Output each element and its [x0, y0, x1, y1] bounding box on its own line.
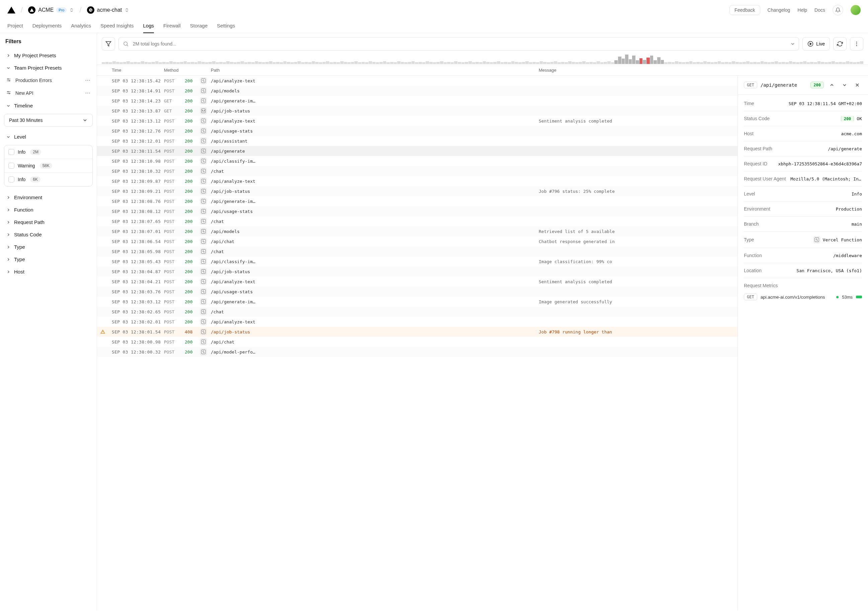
histo-bar[interactable]	[315, 62, 319, 64]
histo-bar[interactable]	[486, 62, 490, 64]
section-team-presets[interactable]: Team Project Presets	[4, 62, 93, 74]
section-type[interactable]: Type	[4, 253, 93, 266]
histo-bar[interactable]	[308, 62, 312, 64]
section-timeline[interactable]: Timeline	[4, 99, 93, 112]
histo-bar[interactable]	[290, 62, 294, 64]
refresh-button[interactable]	[833, 37, 846, 51]
section-request-path[interactable]: Request Path	[4, 216, 93, 229]
histo-bar[interactable]	[835, 62, 839, 64]
histo-bar[interactable]	[547, 62, 550, 64]
histo-bar[interactable]	[472, 62, 476, 64]
histo-bar[interactable]	[284, 61, 287, 64]
histo-bar[interactable]	[223, 62, 226, 64]
histo-bar[interactable]	[497, 61, 500, 64]
histo-bar[interactable]	[533, 62, 536, 64]
histo-bar[interactable]	[208, 62, 212, 64]
histo-bar[interactable]	[671, 62, 675, 64]
histo-bar[interactable]	[540, 61, 543, 64]
histo-bar[interactable]	[326, 61, 329, 64]
histo-bar[interactable]	[202, 62, 205, 64]
histo-bar[interactable]	[597, 61, 600, 64]
histo-bar[interactable]	[761, 61, 764, 64]
more-button[interactable]	[850, 37, 863, 51]
histo-bar[interactable]	[248, 62, 251, 64]
notifications-button[interactable]	[832, 5, 843, 16]
toplink-help[interactable]: Help	[797, 7, 807, 13]
histo-bar[interactable]	[725, 62, 728, 64]
histo-bar[interactable]	[646, 58, 650, 64]
histo-bar[interactable]	[853, 62, 856, 64]
histo-bar[interactable]	[184, 61, 187, 64]
histo-bar[interactable]	[216, 62, 219, 64]
histo-bar[interactable]	[340, 61, 344, 64]
subnav-analytics[interactable]: Analytics	[71, 19, 91, 33]
histo-bar[interactable]	[483, 61, 486, 64]
section-level[interactable]: Level	[4, 131, 93, 143]
histo-bar[interactable]	[330, 62, 333, 64]
timeline-select[interactable]: Past 30 Minutes	[4, 114, 93, 127]
histo-bar[interactable]	[444, 62, 447, 64]
histo-bar[interactable]	[358, 62, 361, 64]
histo-bar[interactable]	[721, 62, 724, 64]
histo-bar[interactable]	[105, 62, 109, 64]
histo-bar[interactable]	[426, 61, 429, 64]
histo-bar[interactable]	[269, 61, 272, 64]
histo-bar[interactable]	[312, 61, 315, 64]
histo-bar[interactable]	[397, 61, 400, 64]
histo-bar[interactable]	[336, 62, 340, 64]
subnav-speed-insights[interactable]: Speed Insights	[101, 19, 133, 33]
histo-bar[interactable]	[451, 62, 454, 64]
histo-bar[interactable]	[294, 62, 298, 64]
histo-bar[interactable]	[219, 62, 223, 64]
histo-bar[interactable]	[258, 62, 262, 64]
histo-bar[interactable]	[152, 62, 155, 64]
checkbox[interactable]	[8, 176, 14, 182]
histogram[interactable]	[97, 54, 868, 65]
histo-bar[interactable]	[144, 62, 148, 64]
histo-bar[interactable]	[785, 62, 789, 64]
level-row[interactable]: Info 6K	[5, 173, 92, 186]
histo-bar[interactable]	[194, 62, 198, 64]
histo-bar[interactable]	[554, 61, 557, 64]
histo-bar[interactable]	[611, 62, 614, 64]
histo-bar[interactable]	[429, 62, 432, 64]
histo-bar[interactable]	[572, 62, 575, 64]
histo-bar[interactable]	[629, 59, 632, 64]
histo-bar[interactable]	[746, 61, 750, 64]
subnav-storage[interactable]: Storage	[190, 19, 208, 33]
histo-bar[interactable]	[205, 62, 208, 64]
histo-bar[interactable]	[462, 62, 465, 64]
histo-bar[interactable]	[408, 62, 411, 64]
subnav-logs[interactable]: Logs	[143, 19, 154, 33]
histo-bar[interactable]	[273, 62, 276, 64]
histo-bar[interactable]	[372, 62, 376, 64]
subnav-deployments[interactable]: Deployments	[33, 19, 62, 33]
histo-bar[interactable]	[255, 61, 258, 64]
search-wrap[interactable]	[118, 37, 799, 51]
subnav-firewall[interactable]: Firewall	[163, 19, 181, 33]
histo-bar[interactable]	[561, 62, 564, 64]
histo-bar[interactable]	[682, 62, 685, 64]
histo-bar[interactable]	[347, 62, 351, 64]
histo-bar[interactable]	[305, 62, 308, 64]
histo-bar[interactable]	[739, 62, 742, 64]
org-switcher[interactable]: ACME Pro	[28, 6, 74, 14]
histo-bar[interactable]	[137, 62, 141, 64]
chevron-down-icon[interactable]	[790, 41, 795, 47]
histo-bar[interactable]	[579, 62, 582, 64]
preset-item[interactable]: New API	[4, 87, 93, 99]
histo-bar[interactable]	[319, 62, 322, 64]
histo-bar[interactable]	[860, 61, 863, 64]
histo-bar[interactable]	[134, 62, 137, 64]
histo-bar[interactable]	[354, 61, 358, 64]
histo-bar[interactable]	[711, 62, 714, 64]
histo-bar[interactable]	[800, 62, 803, 64]
histo-bar[interactable]	[668, 62, 671, 64]
histo-bar[interactable]	[390, 62, 394, 64]
histo-bar[interactable]	[262, 62, 265, 64]
histo-bar[interactable]	[412, 61, 415, 64]
histo-bar[interactable]	[230, 62, 233, 64]
histo-bar[interactable]	[775, 61, 778, 64]
histo-bar[interactable]	[479, 62, 482, 64]
histo-bar[interactable]	[568, 61, 572, 64]
